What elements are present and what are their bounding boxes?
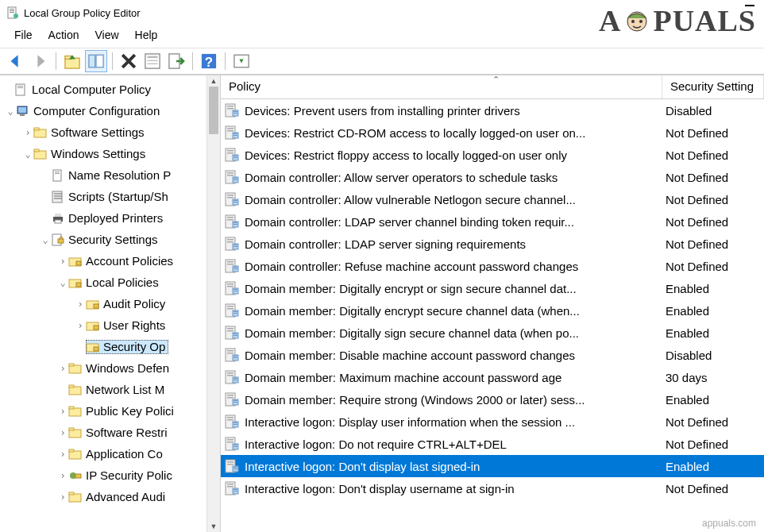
tree-scripts[interactable]: Scripts (Startup/Sh	[3, 186, 220, 207]
tree-security-settings[interactable]: ⌄ Security Settings	[3, 229, 220, 250]
column-setting[interactable]: Security Setting	[662, 75, 764, 98]
policy-row[interactable]: Domain controller: LDAP server channel b…	[221, 210, 764, 233]
svg-rect-113	[233, 291, 237, 291]
svg-rect-139	[227, 395, 233, 396]
back-button[interactable]	[5, 50, 27, 72]
tree-public-key[interactable]: › Public Key Polici	[3, 400, 220, 422]
scroll-down-icon[interactable]: ▼	[207, 521, 220, 532]
forward-button[interactable]	[29, 50, 51, 72]
policy-name: Domain member: Disable machine account p…	[245, 349, 662, 362]
policy-row[interactable]: Domain member: Digitally encrypt or sign…	[221, 277, 764, 299]
tree-root[interactable]: Local Computer Policy	[3, 79, 220, 100]
svg-rect-157	[227, 461, 233, 463]
toolbar-separator	[112, 52, 113, 70]
policy-row[interactable]: Domain member: Require strong (Windows 2…	[221, 388, 764, 411]
collapse-icon[interactable]: ⌄	[22, 148, 33, 160]
collapse-icon[interactable]: ⌄	[57, 277, 68, 288]
expand-icon[interactable]: ›	[75, 299, 86, 310]
expand-icon[interactable]: ›	[57, 406, 68, 417]
policy-item-icon	[224, 391, 240, 407]
expand-icon[interactable]: ›	[75, 320, 86, 331]
tree-security-options[interactable]: Security Op	[3, 336, 220, 357]
menu-file[interactable]: File	[6, 27, 41, 43]
svg-rect-8	[96, 55, 103, 67]
tree-software-settings[interactable]: › Software Settings	[3, 121, 220, 143]
tree-computer-config[interactable]: ⌄ Computer Configuration	[3, 100, 220, 121]
expand-icon[interactable]: ›	[57, 449, 68, 460]
up-button[interactable]	[61, 50, 83, 72]
tree-windows-defender[interactable]: › Windows Defen	[3, 357, 220, 379]
policy-row[interactable]: Domain member: Maximum machine account p…	[221, 366, 764, 388]
tree-label: IP Security Polic	[86, 468, 172, 482]
toolbar-separator	[225, 52, 226, 70]
delete-button[interactable]	[118, 50, 140, 72]
policy-list[interactable]: Devices: Prevent users from installing p…	[221, 99, 764, 532]
tree-local-policies[interactable]: ⌄ Local Policies	[3, 272, 220, 293]
tree-label: Scripts (Startup/Sh	[68, 190, 168, 203]
policy-row[interactable]: Domain controller: LDAP server signing r…	[221, 233, 764, 255]
tree-name-resolution[interactable]: Name Resolution P	[3, 164, 220, 186]
help-button[interactable]: ?	[198, 50, 220, 72]
export-button[interactable]	[165, 50, 187, 72]
folder-icon	[33, 125, 48, 140]
expand-icon[interactable]: ›	[57, 363, 68, 374]
filter-button[interactable]	[230, 50, 253, 72]
tree-label: Software Restri	[86, 426, 168, 439]
policy-item-icon	[224, 236, 240, 252]
policy-name: Domain member: Digitally encrypt or sign…	[245, 282, 662, 295]
expand-icon[interactable]: ›	[22, 127, 33, 138]
policy-row[interactable]: Devices: Restrict floppy access to local…	[221, 144, 764, 166]
policy-row[interactable]: Domain member: Digitally sign secure cha…	[221, 322, 764, 344]
tree-scrollbar[interactable]: ▲ ▼	[206, 75, 220, 532]
menu-action[interactable]: Action	[41, 27, 87, 43]
scroll-up-icon[interactable]: ▲	[207, 75, 220, 87]
policy-row[interactable]: Domain member: Digitally encrypt secure …	[221, 299, 764, 322]
svg-rect-146	[227, 419, 233, 421]
tree-software-restriction[interactable]: › Software Restri	[3, 422, 220, 443]
tree-network-list[interactable]: Network List M	[3, 379, 220, 400]
policy-row[interactable]: Domain controller: Allow vulnerable Netl…	[221, 188, 764, 210]
svg-rect-22	[20, 114, 25, 116]
expand-icon[interactable]: ›	[57, 256, 68, 267]
tree-ip-security[interactable]: › IP Security Polic	[3, 465, 220, 486]
scroll-thumb[interactable]	[209, 87, 218, 134]
expand-icon[interactable]: ›	[57, 470, 68, 481]
svg-rect-110	[227, 286, 233, 287]
policy-row[interactable]: Interactive logon: Don't display usernam…	[221, 477, 764, 499]
minimize-button[interactable]	[745, 5, 754, 6]
policy-row[interactable]: Devices: Restrict CD-ROM access to local…	[221, 121, 764, 144]
tree-app-control[interactable]: › Application Co	[3, 443, 220, 465]
expand-icon[interactable]: ›	[57, 427, 68, 438]
tree-windows-settings[interactable]: ⌄ Windows Settings	[3, 143, 220, 164]
expand-icon[interactable]: ›	[57, 492, 68, 503]
policy-row[interactable]: Domain controller: Allow server operator…	[221, 166, 764, 188]
tree-advanced-audit[interactable]: › Advanced Audi	[3, 486, 220, 507]
column-policy[interactable]: Policy	[221, 75, 662, 98]
svg-rect-106	[233, 267, 237, 268]
policy-row[interactable]: Interactive logon: Display user informat…	[221, 411, 764, 433]
tree-user-rights[interactable]: › User Rights	[3, 314, 220, 336]
menu-view[interactable]: View	[87, 27, 126, 43]
policy-row[interactable]: Domain member: Disable machine account p…	[221, 344, 764, 366]
tree-deployed-printers[interactable]: Deployed Printers	[3, 207, 220, 229]
menu-bar: File Action View Help	[0, 25, 764, 48]
folder-icon	[68, 426, 83, 440]
tree-audit-policy[interactable]: › Audit Policy	[3, 293, 220, 314]
svg-rect-131	[233, 357, 237, 358]
properties-button[interactable]	[141, 50, 164, 72]
policy-row[interactable]: Interactive logon: Do not require CTRL+A…	[221, 433, 764, 455]
policy-row[interactable]: Domain controller: Refuse machine accoun…	[221, 255, 764, 277]
tree-account-policies[interactable]: › Account Policies	[3, 250, 220, 272]
title-bar: Local Group Policy Editor	[0, 0, 764, 25]
show-hide-tree-button[interactable]	[85, 50, 107, 72]
policy-row[interactable]: Interactive logon: Don't display last si…	[221, 455, 764, 477]
svg-rect-43	[94, 326, 98, 330]
menu-help[interactable]: Help	[127, 27, 166, 43]
collapse-icon[interactable]: ⌄	[5, 106, 16, 117]
collapse-icon[interactable]: ⌄	[40, 234, 51, 245]
ipsec-icon	[68, 468, 83, 483]
tree-view[interactable]: Local Computer Policy ⌄ Computer Configu…	[0, 75, 220, 511]
policy-row[interactable]: Devices: Prevent users from installing p…	[221, 99, 764, 121]
svg-rect-160	[233, 467, 237, 468]
policy-setting: Not Defined	[662, 237, 764, 251]
